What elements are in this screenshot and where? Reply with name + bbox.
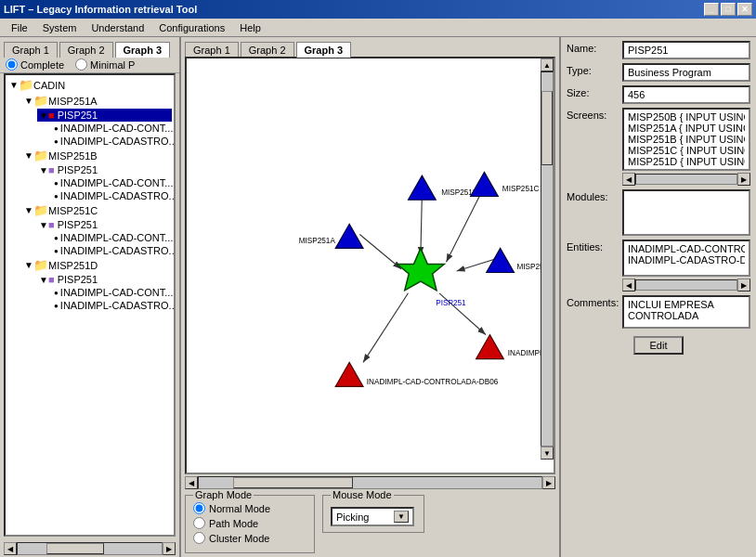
edit-button[interactable]: Edit (633, 336, 684, 355)
tree-item-pisp251-c[interactable]: ▼ ■ PISP251 (37, 218, 172, 231)
graph-hscroll-track[interactable] (198, 476, 542, 489)
complete-radio-label[interactable]: Complete (6, 58, 64, 71)
tree-item-misp251d[interactable]: ▼ 📁 MISP251D (22, 257, 172, 273)
edit-button-area: Edit (567, 332, 750, 355)
minimal-radio-label[interactable]: Minimal P (75, 58, 135, 71)
graph-svg: PISP251 MISP251B MISP251C MISP251A MISP2… (187, 58, 554, 473)
tree-item-inadimpl-cad-cont-d1[interactable]: ● INADIMPL-CAD-CONT... (52, 286, 172, 299)
app-title: LIFT – Legacy Information retrieval Tool (4, 4, 197, 15)
left-tab-graph3[interactable]: Graph 3 (115, 42, 171, 58)
graph-mode-title: Graph Mode (193, 489, 254, 500)
normal-mode-label: Normal Mode (209, 503, 270, 514)
node-misp251b[interactable] (408, 175, 436, 200)
menu-understand[interactable]: Understand (84, 20, 151, 35)
complete-radio[interactable] (6, 58, 18, 71)
graph-hscroll-right[interactable]: ▶ (542, 476, 555, 489)
left-scroll-thumb[interactable] (46, 543, 104, 554)
tree-item-misp251a[interactable]: ▼ 📁 MISP251A (22, 93, 172, 109)
tree-item-cadin[interactable]: ▼ 📁 CADIN (7, 77, 172, 93)
node-icon-d: ■ (48, 274, 55, 285)
node-misp251a[interactable] (335, 224, 363, 248)
entities-scroll-left[interactable]: ◀ (622, 278, 635, 291)
select-arrow-icon[interactable]: ▼ (394, 511, 409, 523)
vscroll-track[interactable] (541, 71, 554, 447)
left-scroll-track[interactable] (17, 542, 163, 555)
tree: ▼ 📁 CADIN ▼ 📁 MISP251A ▼ ■ (6, 75, 174, 314)
node-icon-c: ■ (48, 219, 55, 230)
minimal-radio[interactable] (75, 58, 87, 71)
entities-value: INADIMPL-CAD-CONTROLADA INADIMPL-CADASTR… (622, 240, 750, 277)
edge-misp251a-pisp251 (359, 234, 401, 268)
menu-configurations[interactable]: Configurations (151, 20, 232, 35)
graph-hscroll[interactable]: ◀ ▶ (185, 476, 555, 489)
tree-item-inadimpl-cad-cont-a1[interactable]: ● INADIMPL-CAD-CONT... (52, 122, 172, 135)
cluster-mode-radio[interactable] (193, 532, 205, 544)
entities-scroll-track[interactable] (635, 279, 737, 291)
cluster-mode-row: Cluster Mode (193, 532, 306, 544)
entities-hscroll[interactable]: ◀ ▶ (622, 278, 750, 291)
close-button[interactable]: ✕ (737, 3, 752, 16)
graph-hscroll-thumb[interactable] (233, 477, 353, 488)
left-scroll-right[interactable]: ▶ (163, 542, 176, 555)
menu-system[interactable]: System (35, 20, 85, 35)
tree-item-misp251b[interactable]: ▼ 📁 MISP251B (22, 148, 172, 163)
entities-scroll-right[interactable]: ▶ (737, 278, 750, 291)
mouse-mode-select[interactable]: Picking ▼ (331, 507, 414, 526)
graph-hscroll-left[interactable]: ◀ (185, 476, 198, 489)
tree-panel[interactable]: ▼ 📁 CADIN ▼ 📁 MISP251A ▼ ■ (4, 73, 176, 537)
edge-misp251c-pisp251 (446, 189, 483, 262)
graph-vscroll[interactable]: ▲ ▼ (541, 58, 554, 460)
left-tab-graph2[interactable]: Graph 2 (59, 42, 113, 58)
tree-item-pisp251-a[interactable]: ▼ ■ PISP251 (37, 109, 172, 122)
entities-label: Entities: (567, 240, 622, 253)
tree-item-inadimpl-cadastro-d1[interactable]: ● INADIMPL-CADASTRO... (52, 299, 172, 312)
modules-value (622, 189, 750, 236)
tree-item-inadimpl-cadastro-a1[interactable]: ● INADIMPL-CADASTRO... (52, 135, 172, 148)
menu-file[interactable]: File (4, 20, 35, 35)
left-tab-graph1[interactable]: Graph 1 (4, 42, 58, 58)
name-row: Name: PISP251 (567, 41, 750, 59)
path-mode-row: Path Mode (193, 517, 306, 529)
tree-item-inadimpl-cad-cont-b1[interactable]: ● INADIMPL-CAD-CONT... (52, 176, 172, 189)
tree-item-pisp251-d[interactable]: ▼ ■ PISP251 (37, 273, 172, 286)
mouse-mode-group: Mouse Mode Picking ▼ (322, 495, 424, 533)
center-tab-graph3[interactable]: Graph 3 (296, 42, 352, 58)
screens-scroll-left[interactable]: ◀ (622, 173, 635, 186)
comments-value: INCLUI EMPRESA CONTROLADA (622, 295, 750, 329)
center-tab-graph1[interactable]: Graph 1 (185, 42, 239, 58)
type-row: Type: Business Program (567, 63, 750, 82)
vscroll-thumb[interactable] (541, 91, 553, 165)
name-value: PISP251 (622, 41, 750, 59)
tree-item-misp251c[interactable]: ▼ 📁 MISP251C (22, 202, 172, 218)
node-misp251c[interactable] (471, 172, 499, 196)
vscroll-up[interactable]: ▲ (541, 58, 554, 71)
left-panel-hscroll[interactable]: ◀ ▶ (4, 542, 176, 555)
tree-item-inadimpl-cadastro-c1[interactable]: ● INADIMPL-CADASTRO... (52, 244, 172, 257)
main-container: Graph 1 Graph 2 Graph 3 Complete Minimal… (0, 37, 756, 557)
bottom-controls: Graph Mode Normal Mode Path Mode Cluster… (181, 491, 559, 557)
folder-icon-cadin: 📁 (19, 78, 33, 92)
center-tab-graph2[interactable]: Graph 2 (241, 42, 294, 58)
left-scroll-left[interactable]: ◀ (4, 542, 17, 555)
edge-misp251b-pisp251 (421, 193, 422, 255)
menu-help[interactable]: Help (232, 20, 268, 35)
graph-mode-group: Graph Mode Normal Mode Path Mode Cluster… (185, 495, 315, 553)
maximize-button[interactable]: □ (721, 3, 736, 16)
path-mode-radio[interactable] (193, 517, 205, 529)
tree-item-inadimpl-cad-cont-c1[interactable]: ● INADIMPL-CAD-CONT... (52, 231, 172, 244)
tree-item-pisp251-b[interactable]: ▼ ■ PISP251 (37, 163, 172, 176)
minimize-button[interactable]: _ (704, 3, 719, 16)
vscroll-down[interactable]: ▼ (541, 447, 554, 460)
expand-icon-cadin: ▼ (9, 80, 19, 90)
label-pisp251: PISP251 (436, 299, 466, 307)
name-label: Name: (567, 41, 622, 54)
selected-node-icon: ■ (48, 110, 55, 121)
tree-item-inadimpl-cadastro-b1[interactable]: ● INADIMPL-CADASTRO... (52, 189, 172, 202)
screens-scroll-right[interactable]: ▶ (737, 173, 750, 186)
screens-hscroll[interactable]: ◀ ▶ (622, 173, 750, 186)
screens-scroll-track[interactable] (635, 174, 737, 185)
node-inadimpl-cad[interactable] (476, 335, 504, 359)
normal-mode-radio[interactable] (193, 502, 205, 514)
node-inadimpl-controlada[interactable] (335, 362, 363, 386)
node-pisp251[interactable] (398, 248, 445, 290)
